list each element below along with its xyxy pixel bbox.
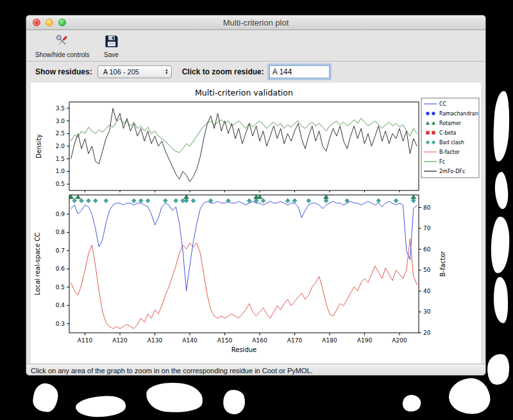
- svg-text:1.0: 1.0: [56, 168, 65, 174]
- svg-text:B-factor: B-factor: [439, 251, 446, 277]
- svg-text:A110: A110: [78, 337, 93, 344]
- show-residues-label: Show residues:: [35, 67, 92, 76]
- svg-text:0.4: 0.4: [56, 302, 65, 308]
- validation-plot[interactable]: 0.51.01.52.02.53.03.50.30.40.50.60.70.80…: [31, 83, 481, 364]
- svg-text:0.6: 0.6: [56, 265, 65, 272]
- svg-text:3.5: 3.5: [56, 105, 65, 112]
- toolbar: Show/hide controls Save: [26, 30, 485, 62]
- screen-artifact: [490, 217, 510, 274]
- tools-icon: [54, 33, 71, 51]
- residue-range-value: A 106 - 205: [103, 68, 139, 76]
- svg-text:A180: A180: [322, 337, 337, 344]
- svg-text:Rotamer: Rotamer: [439, 121, 462, 126]
- window-title: Multi-criterion plot: [223, 18, 289, 28]
- svg-text:60: 60: [423, 246, 431, 253]
- svg-text:3.0: 3.0: [56, 118, 65, 124]
- svg-text:C-beta: C-beta: [439, 130, 457, 136]
- svg-text:0.7: 0.7: [56, 248, 65, 254]
- svg-text:Density: Density: [35, 134, 42, 158]
- svg-text:Ramachandran: Ramachandran: [439, 111, 478, 117]
- svg-text:A130: A130: [147, 337, 163, 344]
- svg-text:0.5: 0.5: [56, 181, 65, 187]
- svg-text:2.5: 2.5: [56, 130, 65, 137]
- desktop-background: { "window": { "title": "Multi-criterion …: [0, 0, 513, 420]
- svg-text:A160: A160: [252, 337, 267, 344]
- svg-text:1.5: 1.5: [56, 156, 65, 162]
- zoom-residue-label: Click to zoom residue:: [182, 67, 264, 76]
- window: × Multi-criterion plot Show/hid: [26, 15, 486, 376]
- svg-text:30: 30: [423, 308, 431, 315]
- svg-text:A170: A170: [287, 337, 303, 344]
- screen-artifact: [401, 394, 422, 413]
- screen-artifact: [492, 90, 511, 162]
- svg-text:Residue: Residue: [231, 346, 256, 353]
- screen-artifact: [494, 171, 509, 209]
- svg-text:80: 80: [423, 205, 431, 211]
- window-controls: ×: [33, 19, 66, 26]
- close-button[interactable]: ×: [33, 19, 40, 26]
- svg-text:0.3: 0.3: [56, 321, 65, 327]
- svg-text:20: 20: [423, 330, 431, 336]
- title-bar[interactable]: × Multi-criterion plot: [26, 15, 485, 30]
- svg-text:0.9: 0.9: [56, 211, 65, 217]
- minimize-button[interactable]: [46, 19, 53, 26]
- screen-artifact: [75, 395, 126, 418]
- svg-text:40: 40: [423, 288, 431, 294]
- save-icon: [104, 33, 119, 51]
- svg-text:A140: A140: [182, 337, 198, 344]
- screen-artifact: [486, 353, 511, 385]
- screen-artifact: [222, 389, 247, 416]
- stepper-arrows-icon: ▲▼: [165, 69, 169, 75]
- svg-text:0.5: 0.5: [56, 284, 65, 290]
- residue-range-select[interactable]: A 106 - 205 ▲▼: [97, 65, 172, 78]
- svg-text:70: 70: [423, 225, 431, 231]
- show-hide-controls-label: Show/hide controls: [35, 51, 90, 58]
- zoom-residue-input[interactable]: [269, 65, 330, 78]
- svg-text:A120: A120: [112, 337, 128, 344]
- controls-row: Show residues: A 106 - 205 ▲▼ Click to z…: [26, 62, 485, 81]
- svg-text:A150: A150: [217, 337, 233, 344]
- zoom-button[interactable]: [58, 19, 66, 26]
- show-hide-controls-button[interactable]: Show/hide controls: [33, 33, 92, 59]
- svg-text:A190: A190: [357, 337, 373, 344]
- svg-text:Fc: Fc: [439, 159, 445, 165]
- save-label: Save: [104, 51, 119, 58]
- status-text: Click on any area of the graph to zoom i…: [31, 367, 313, 374]
- svg-text:2.0: 2.0: [56, 143, 65, 149]
- svg-text:0.8: 0.8: [56, 229, 65, 235]
- screen-artifact: [31, 382, 59, 413]
- svg-text:A200: A200: [392, 337, 407, 344]
- screen-artifact: [492, 276, 509, 323]
- svg-text:Multi-criterion validation: Multi-criterion validation: [195, 88, 293, 97]
- plot-canvas: 0.51.01.52.02.53.03.50.30.40.50.60.70.80…: [31, 83, 481, 364]
- status-bar: Click on any area of the graph to zoom i…: [26, 364, 485, 376]
- figure-area: 0.51.01.52.02.53.03.50.30.40.50.60.70.80…: [26, 81, 485, 364]
- svg-text:Bad clash: Bad clash: [439, 140, 464, 146]
- svg-text:2mFo-DFc: 2mFo-DFc: [439, 169, 465, 174]
- save-button[interactable]: Save: [101, 33, 122, 59]
- svg-text:B-factor: B-factor: [439, 149, 460, 155]
- svg-text:50: 50: [423, 267, 431, 273]
- screen-artifact: [146, 381, 204, 414]
- svg-text:CC: CC: [439, 101, 447, 107]
- screen-artifact: [448, 376, 492, 416]
- svg-text:Local real-space CC: Local real-space CC: [34, 232, 41, 295]
